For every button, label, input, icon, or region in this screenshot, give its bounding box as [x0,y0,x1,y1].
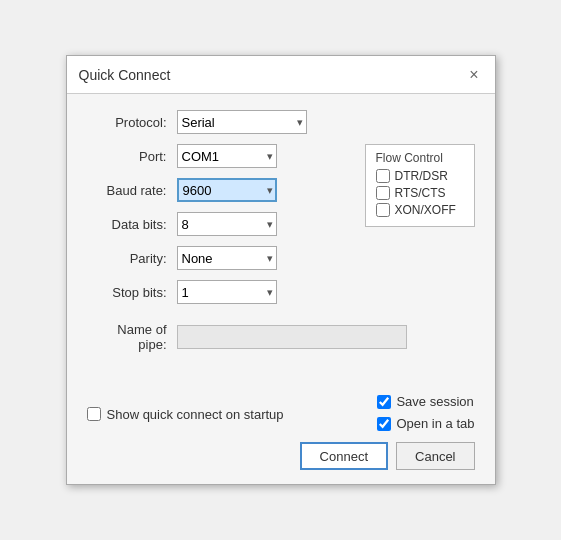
pipe-input[interactable] [177,325,407,349]
rts-cts-checkbox[interactable] [376,186,390,200]
dialog-title: Quick Connect [79,67,171,83]
save-session-row[interactable]: Save session [377,394,473,409]
port-select[interactable]: COM1 COM2 COM11 [177,144,277,168]
rts-cts-label: RTS/CTS [395,186,446,200]
port-flowcontrol-section: Port: COM1 COM2 COM11 Baud rate: [87,144,475,314]
parity-control: None Even Odd Mark Space [177,246,277,270]
port-control: COM1 COM2 COM11 [177,144,277,168]
bottom-left: Show quick connect on startup [87,407,284,422]
dtr-dsr-label: DTR/DSR [395,169,448,183]
baud-select-wrap: 1200 2400 4800 9600 19200 38400 57600 11… [177,178,277,202]
baud-control: 1200 2400 4800 9600 19200 38400 57600 11… [177,178,277,202]
bottom-row: Show quick connect on startup Save sessi… [87,394,475,434]
pipe-label: Name of pipe: [87,322,177,352]
show-startup-label: Show quick connect on startup [107,407,284,422]
port-row: Port: COM1 COM2 COM11 [87,144,345,168]
parity-select-wrap: None Even Odd Mark Space [177,246,277,270]
form-content: Protocol: Serial Telnet SSH Raw Port: [67,94,495,394]
stopbits-control: 1 1.5 2 [177,280,277,304]
left-form: Port: COM1 COM2 COM11 Baud rate: [87,144,345,314]
parity-select[interactable]: None Even Odd Mark Space [177,246,277,270]
baud-row: Baud rate: 1200 2400 4800 9600 19200 384… [87,178,345,202]
xon-xoff-label: XON/XOFF [395,203,456,217]
baud-select[interactable]: 1200 2400 4800 9600 19200 38400 57600 11… [177,178,277,202]
databits-label: Data bits: [87,217,177,232]
stopbits-label: Stop bits: [87,285,177,300]
protocol-control: Serial Telnet SSH Raw [177,110,307,134]
stopbits-row: Stop bits: 1 1.5 2 [87,280,345,304]
protocol-select[interactable]: Serial Telnet SSH Raw [177,110,307,134]
databits-select[interactable]: 5 6 7 8 [177,212,277,236]
protocol-row: Protocol: Serial Telnet SSH Raw [87,110,475,134]
cancel-button[interactable]: Cancel [396,442,474,470]
button-row: Connect Cancel [87,442,475,470]
flow-control-group: Flow Control DTR/DSR RTS/CTS XON/XOFF [365,144,475,227]
parity-row: Parity: None Even Odd Mark Space [87,246,345,270]
pipe-control [177,325,407,349]
port-label: Port: [87,149,177,164]
open-tab-label: Open in a tab [396,416,474,431]
dtr-dsr-checkbox-row[interactable]: DTR/DSR [376,169,464,183]
rts-cts-checkbox-row[interactable]: RTS/CTS [376,186,464,200]
title-bar: Quick Connect × [67,56,495,94]
databits-control: 5 6 7 8 [177,212,277,236]
flow-control-title: Flow Control [376,151,464,165]
xon-xoff-checkbox[interactable] [376,203,390,217]
bottom-section: Show quick connect on startup Save sessi… [67,394,495,484]
databits-select-wrap: 5 6 7 8 [177,212,277,236]
port-select-wrap: COM1 COM2 COM11 [177,144,277,168]
protocol-select-wrap: Serial Telnet SSH Raw [177,110,307,134]
close-button[interactable]: × [465,67,482,83]
save-session-label: Save session [396,394,473,409]
parity-label: Parity: [87,251,177,266]
save-session-checkbox[interactable] [377,395,391,409]
quick-connect-dialog: Quick Connect × Protocol: Serial Telnet … [66,55,496,485]
open-tab-row[interactable]: Open in a tab [377,416,474,431]
open-tab-checkbox[interactable] [377,417,391,431]
stopbits-select[interactable]: 1 1.5 2 [177,280,277,304]
databits-row: Data bits: 5 6 7 8 [87,212,345,236]
spacer [87,362,475,382]
bottom-right: Save session Open in a tab [377,394,474,434]
dtr-dsr-checkbox[interactable] [376,169,390,183]
baud-label: Baud rate: [87,183,177,198]
show-startup-row[interactable]: Show quick connect on startup [87,407,284,422]
pipe-row: Name of pipe: [87,322,475,352]
stopbits-select-wrap: 1 1.5 2 [177,280,277,304]
protocol-label: Protocol: [87,115,177,130]
xon-xoff-checkbox-row[interactable]: XON/XOFF [376,203,464,217]
connect-button[interactable]: Connect [300,442,388,470]
show-startup-checkbox[interactable] [87,407,101,421]
